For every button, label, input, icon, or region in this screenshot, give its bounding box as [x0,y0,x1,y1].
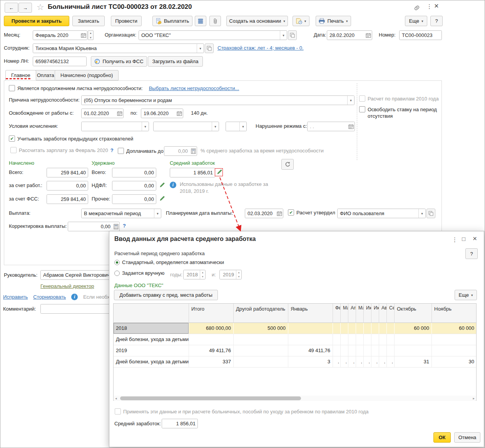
apply-2010-checkbox[interactable] [115,408,121,415]
scroll-right-icon[interactable]: ▸ [473,396,475,400]
table-cell[interactable]: 31 [395,356,432,368]
conditions-combobox-3[interactable]: ▾ [226,122,247,131]
load-from-file-button[interactable]: Загрузить из файла [148,56,203,67]
table-cell[interactable] [348,323,356,334]
table-cell[interactable] [387,345,395,356]
create-based-on-button[interactable]: Создать на основании▾ [226,16,288,26]
table-more-button[interactable]: Еще▾ [455,290,477,300]
table-cell[interactable]: . [333,356,341,368]
table-cell[interactable] [189,334,234,345]
table-cell[interactable] [348,334,356,345]
table-cell[interactable] [341,323,348,334]
favorite-star-icon[interactable]: ☆ [37,2,44,12]
column-header[interactable]: Итого [189,304,234,323]
period-standard-radio[interactable] [114,260,120,265]
at-fss-input[interactable]: 259 841,40 [47,194,88,204]
prev-insurers-checkbox[interactable]: ✔ [9,135,15,142]
table-cell[interactable]: . [341,356,348,368]
table-cell[interactable]: . [379,356,387,368]
table-cell[interactable]: 337 [189,356,234,368]
rules-2010-checkbox[interactable] [359,95,365,102]
table-cell[interactable] [333,345,341,356]
table-cell[interactable] [341,334,348,345]
calendar-icon[interactable] [276,209,283,218]
chevron-down-icon[interactable]: ▾ [347,96,354,105]
forward-button[interactable]: → [18,3,32,13]
table-cell[interactable]: . [348,356,356,368]
column-header[interactable] [114,304,189,323]
save-button[interactable]: Записать [72,16,105,26]
ok-button[interactable]: ОК [433,432,451,443]
edit-other-pencil-icon[interactable] [159,196,165,201]
column-header[interactable]: Март [341,304,348,323]
table-cell[interactable]: Дней болезни, ухода за детьми [114,334,189,345]
table-cell[interactable] [395,345,432,356]
table-cell[interactable]: 2018 [114,323,189,334]
table-cell[interactable]: 49 411,76 [189,345,234,356]
choose-sheet-link[interactable]: Выбрать листок нетрудоспособности... [149,85,239,91]
ndfl-input[interactable]: 0,00 [112,181,156,191]
table-cell[interactable] [364,323,371,334]
table-row[interactable]: 2018680 000,00500 00060 00060 000 [114,323,476,334]
sick-note-number-input[interactable]: 659874562132 [33,57,87,66]
number-input[interactable]: ТС00-000023 [399,30,442,40]
table-cell[interactable]: 500 000 [234,323,288,334]
table-cell[interactable] [432,345,477,356]
table-cell[interactable] [333,334,341,345]
help-button[interactable]: ? [430,16,443,26]
attachments-button[interactable] [209,16,221,26]
fix-link[interactable]: Исправить [3,294,28,300]
more-button[interactable]: Еще▾ [405,16,427,26]
table-cell[interactable] [432,334,477,345]
approved-checkbox[interactable]: ✔ [288,209,294,216]
table-hscrollbar[interactable]: ◂ ▸ [114,396,476,401]
table-cell[interactable] [341,345,348,356]
table-cell[interactable]: . [356,356,364,368]
organization-input[interactable]: ООО "ТЕКС"▾ [139,30,287,40]
column-header[interactable]: Февраль [333,304,341,323]
column-header[interactable]: Август [379,304,387,323]
dialog-avg-input[interactable]: 1 856,01 [162,419,198,428]
column-header[interactable]: Сентябрь [387,304,395,323]
spin-up-icon[interactable]: ▴ [236,270,241,275]
create-document-button[interactable]: ▾ [293,16,309,26]
pay-extra-checkbox[interactable] [118,148,124,154]
chevron-down-icon[interactable]: ▾ [197,44,204,53]
table-cell[interactable]: 30 [432,356,477,368]
year2-stepper[interactable]: 2019▴▾ [219,270,242,279]
employee-open-button[interactable] [205,43,214,53]
spin-down-icon[interactable]: ▾ [88,35,93,40]
table-cell[interactable] [234,345,288,356]
tab-accrued-detail[interactable]: Начислено (подробно) [55,70,119,80]
approver-combobox[interactable]: ФИО пользователя▾ [337,209,426,218]
table-cell[interactable] [364,345,371,356]
chevron-down-icon[interactable]: ▾ [212,122,219,131]
table-cell[interactable]: 60 000 [395,323,432,334]
cause-combobox[interactable]: (05) Отпуск по беременности и родам▾ [81,95,355,105]
calc-salary-help[interactable]: ? [110,147,114,153]
reverse-link[interactable]: Сторнировать [33,294,66,300]
table-cell[interactable]: . [371,356,379,368]
table-cell[interactable] [234,356,288,368]
table-row[interactable]: 201949 411,7649 411,76 [114,345,476,356]
month-stepper[interactable]: ▴▾ [88,30,94,40]
edit-ndfl-pencil-icon[interactable] [159,182,165,188]
table-cell[interactable]: 49 411,76 [288,345,333,356]
table-cell[interactable]: . [387,356,395,368]
organization-open-button[interactable] [288,30,297,40]
accrued-total-input[interactable]: 259 841,40 [47,168,88,177]
column-header[interactable]: Апрель [348,304,356,323]
table-cell[interactable]: Дней болезни, ухода за детьми [114,356,189,368]
column-header[interactable]: Май [356,304,364,323]
chevron-down-icon[interactable]: ▾ [280,31,287,40]
chevron-down-icon[interactable]: ▾ [239,122,246,131]
other-input[interactable]: 0,00 [112,194,156,204]
table-cell[interactable] [356,345,364,356]
table-cell[interactable] [395,334,432,345]
dialog-help-button[interactable]: ? [465,248,478,259]
cancel-button[interactable]: Отмена [454,432,480,443]
conditions-combobox-1[interactable]: ▾ [81,122,149,131]
exemption-to-input[interactable]: 19.06.2020 [141,109,183,118]
table-row[interactable]: Дней болезни, ухода за детьми3373.......… [114,356,476,368]
payment-combobox[interactable]: В межрасчетный период▾ [81,209,161,218]
